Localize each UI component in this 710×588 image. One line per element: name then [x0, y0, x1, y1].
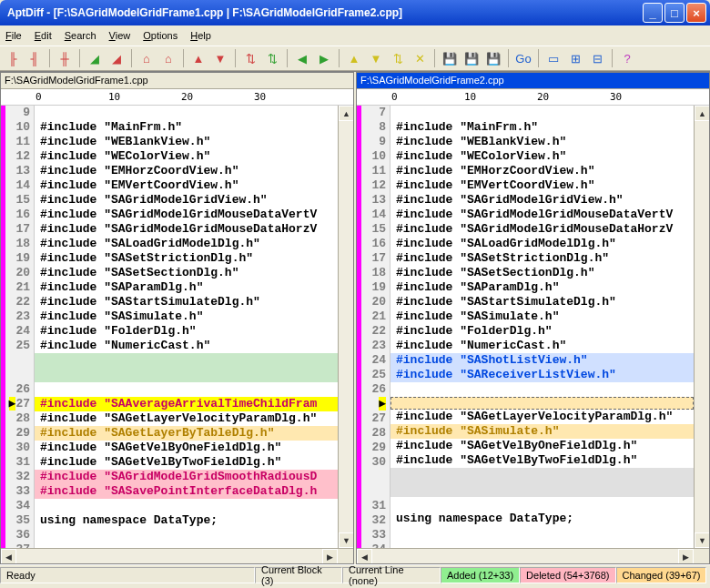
code-line[interactable]: #include "SAStartSimulateDlg.h" [390, 295, 694, 309]
horizontal-scrollbar[interactable]: ◀▶ [1, 548, 353, 563]
code-line[interactable]: #include "SASetSectionDlg.h" [35, 266, 338, 280]
code-line[interactable]: #include "EMVertCoordView.h" [390, 178, 694, 193]
code-line[interactable]: #include "SAStartSimulateDlg.h" [35, 295, 338, 309]
maximize-button[interactable]: □ [664, 3, 685, 23]
code-line[interactable]: #include "SASetStrictionDlg.h" [390, 251, 694, 266]
down-yellow-icon[interactable]: ▼ [367, 49, 385, 67]
save3-icon[interactable]: 💾 [484, 49, 502, 67]
code-line[interactable]: using namespace DataType; [390, 512, 694, 526]
code-line[interactable]: #include "EMVertCoordView.h" [35, 178, 338, 193]
code-line[interactable]: #include "SAGridModelGridMouseDataVertV [390, 208, 694, 222]
code-line[interactable]: #include "SASetSectionDlg.h" [390, 266, 694, 280]
layout3-icon[interactable]: ⊟ [588, 49, 606, 67]
right-green-icon[interactable]: ▶ [315, 49, 333, 67]
code-line[interactable] [35, 353, 338, 368]
updown-red-icon[interactable]: ⇅ [241, 49, 259, 67]
scroll-down-icon[interactable]: ▼ [695, 532, 709, 548]
code-line[interactable]: #include "SAGetLayerVelocityParamDlg.h" [35, 411, 338, 426]
titlebar[interactable]: AptDiff - [F:\SAGridModelGridFrame1.cpp … [0, 0, 710, 25]
menu-help[interactable]: Help [190, 30, 211, 41]
code-line[interactable]: #include "SASavePointInterfaceDataDlg.h [35, 484, 338, 499]
go-icon[interactable]: Go [514, 49, 532, 67]
code-line[interactable] [35, 382, 338, 397]
scroll-left-icon[interactable]: ◀ [1, 549, 16, 564]
code-line[interactable]: #include "EMHorzCoordView.h" [390, 164, 694, 178]
code-line[interactable]: #include "SAGridModelGridMouseDataHorzV [35, 222, 338, 237]
updown-green-icon[interactable]: ⇅ [263, 49, 281, 67]
code-line[interactable]: #include "NumericCast.h" [390, 339, 694, 353]
menu-view[interactable]: View [109, 30, 131, 41]
align-right-icon[interactable]: ╢ [25, 49, 44, 67]
code-line[interactable]: #include "SASetStrictionDlg.h" [35, 251, 338, 266]
code-line[interactable]: #include "SAGetVelByTwoFieldDlg.h" [390, 453, 694, 468]
align-left-icon[interactable]: ╟ [4, 49, 22, 67]
code-line[interactable] [390, 482, 694, 497]
code-line[interactable]: #include "SASimulate.h" [390, 424, 694, 439]
save2-icon[interactable]: 💾 [462, 49, 481, 67]
left-green-icon[interactable]: ◀ [293, 49, 311, 67]
close-button[interactable]: × [686, 3, 706, 23]
pane-title[interactable]: F:\SAGridModelGridFrame1.cpp [1, 73, 353, 89]
code-line[interactable]: #include "SALoadGridModelDlg.h" [35, 237, 338, 251]
code-line[interactable]: #include "SAGridModelGridMouseDataHorzV [390, 222, 694, 237]
scroll-left-icon[interactable]: ◀ [357, 549, 372, 564]
code-line[interactable]: #include "FolderDlg.h" [390, 324, 694, 339]
code-line[interactable]: #include "SAGetVelByOneFieldDlg.h" [390, 439, 694, 453]
code-line[interactable]: #include "WEColorView.h" [35, 149, 338, 164]
code-line[interactable]: #include "SAGridModelGridView.h" [35, 193, 338, 208]
save1-icon[interactable]: 💾 [441, 49, 459, 67]
up-red-icon[interactable]: ▲ [189, 49, 208, 67]
code-line[interactable]: #include "SALoadGridModelDlg.h" [390, 237, 694, 251]
code-line[interactable] [390, 497, 694, 512]
code-line[interactable] [390, 468, 694, 482]
menu-search[interactable]: Search [65, 30, 96, 41]
code-line[interactable]: #include "NumericCast.h" [35, 339, 338, 353]
house-left-icon[interactable]: ⌂ [137, 49, 156, 67]
code-area[interactable]: 7891011121314151617181920212223242526▶27… [357, 106, 694, 548]
scroll-up-icon[interactable]: ▲ [339, 106, 353, 121]
code-line[interactable] [35, 368, 338, 382]
mark-red-icon[interactable]: ◢ [107, 49, 126, 67]
pane-title[interactable]: F:\SAGridModelGridFrame2.cpp [357, 73, 709, 89]
code-line[interactable] [390, 106, 694, 120]
code-line[interactable]: #include "WEBlankView.h" [390, 135, 694, 149]
code-line[interactable]: #include "EMHorzCoordView.h" [35, 164, 338, 178]
code-line[interactable]: #include "WEColorView.h" [390, 149, 694, 164]
code-line[interactable]: #include "SASimulate.h" [390, 309, 694, 324]
minimize-button[interactable]: _ [643, 3, 663, 23]
code-line[interactable]: #include "MainFrm.h" [35, 120, 338, 135]
code-line[interactable]: #include "SAParamDlg.h" [35, 280, 338, 295]
up-yellow-icon[interactable]: ▲ [345, 49, 363, 67]
code-line[interactable]: #include "SAShotListView.h" [390, 353, 694, 368]
code-line[interactable]: #include "SAGetLayerVelocityParamDlg.h" [390, 410, 694, 424]
vertical-scrollbar[interactable]: ▲▼ [338, 106, 353, 548]
house-right-icon[interactable]: ⌂ [159, 49, 178, 67]
layout2-icon[interactable]: ⊞ [566, 49, 584, 67]
align-both-icon[interactable]: ╫ [56, 49, 74, 67]
menu-options[interactable]: Options [143, 30, 178, 41]
code-line[interactable]: #include "WEBlankView.h" [35, 135, 338, 149]
code-line[interactable] [35, 106, 338, 120]
code-line[interactable]: #include "SAGetVelByTwoFieldDlg.h" [35, 455, 338, 470]
code-line[interactable]: #include "SAAverageArrivalTimeChildFram [35, 397, 338, 411]
cross-yellow-icon[interactable]: ✕ [411, 49, 429, 67]
horizontal-scrollbar[interactable]: ◀▶ [357, 548, 709, 563]
updown-yellow-icon[interactable]: ⇅ [389, 49, 407, 67]
scroll-right-icon[interactable]: ▶ [322, 549, 338, 564]
mark-green-icon[interactable]: ◢ [86, 49, 104, 67]
scroll-up-icon[interactable]: ▲ [695, 106, 709, 121]
menu-file[interactable]: File [5, 30, 22, 41]
code-line[interactable]: #include "MainFrm.h" [390, 120, 694, 135]
code-line[interactable] [35, 499, 338, 513]
menu-edit[interactable]: Edit [35, 30, 52, 41]
code-line[interactable] [35, 542, 338, 548]
code-line[interactable]: #include "SAReceiverListView.h" [390, 368, 694, 382]
code-line[interactable] [35, 528, 338, 542]
code-area[interactable]: 91011121314151617181920212223242526▶2728… [1, 106, 338, 548]
vertical-scrollbar[interactable]: ▲▼ [694, 106, 709, 548]
help-icon[interactable]: ? [618, 49, 636, 67]
code-line[interactable]: #include "SAGridModelGridMouseDataVertV [35, 208, 338, 222]
scroll-down-icon[interactable]: ▼ [339, 532, 353, 548]
code-line[interactable] [390, 541, 694, 548]
down-red-icon[interactable]: ▼ [211, 49, 229, 67]
